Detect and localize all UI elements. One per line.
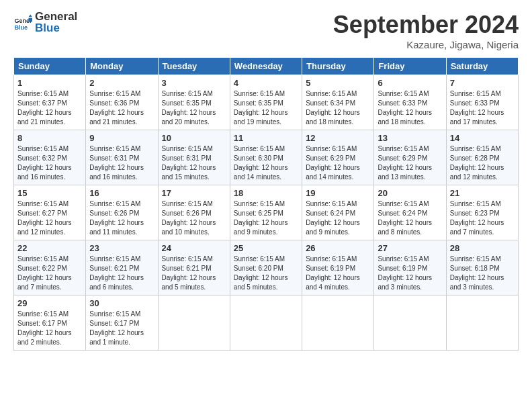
day-number: 2 [89, 78, 154, 88]
day-number: 9 [89, 133, 154, 143]
svg-marker-3 [28, 18, 32, 22]
calendar-week-row: 1Sunrise: 6:15 AMSunset: 6:37 PMDaylight… [14, 75, 519, 130]
day-number: 14 [450, 133, 515, 143]
day-info: Sunrise: 6:15 AMSunset: 6:30 PMDaylight:… [234, 144, 298, 182]
day-info: Sunrise: 6:15 AMSunset: 6:17 PMDaylight:… [17, 310, 82, 347]
day-info: Sunrise: 6:15 AMSunset: 6:31 PMDaylight:… [162, 144, 226, 182]
day-number: 17 [162, 188, 226, 198]
day-number: 29 [17, 298, 82, 308]
calendar-cell: 18Sunrise: 6:15 AMSunset: 6:25 PMDayligh… [230, 185, 302, 240]
day-number: 1 [17, 78, 82, 88]
day-number: 18 [234, 188, 298, 198]
day-info: Sunrise: 6:15 AMSunset: 6:33 PMDaylight:… [378, 89, 442, 127]
calendar-cell [374, 295, 446, 351]
col-wednesday: Wednesday [230, 58, 302, 75]
calendar-week-row: 15Sunrise: 6:15 AMSunset: 6:27 PMDayligh… [14, 185, 519, 240]
calendar-header-row: Sunday Monday Tuesday Wednesday Thursday… [14, 58, 519, 75]
day-info: Sunrise: 6:15 AMSunset: 6:35 PMDaylight:… [162, 89, 226, 127]
day-info: Sunrise: 6:15 AMSunset: 6:24 PMDaylight:… [306, 199, 370, 237]
day-number: 19 [306, 188, 370, 198]
calendar-cell: 6Sunrise: 6:15 AMSunset: 6:33 PMDaylight… [374, 75, 446, 130]
day-info: Sunrise: 6:15 AMSunset: 6:26 PMDaylight:… [162, 199, 226, 237]
calendar-cell: 19Sunrise: 6:15 AMSunset: 6:24 PMDayligh… [302, 185, 374, 240]
calendar-cell: 27Sunrise: 6:15 AMSunset: 6:19 PMDayligh… [374, 240, 446, 295]
day-number: 20 [378, 188, 442, 198]
calendar-cell: 3Sunrise: 6:15 AMSunset: 6:35 PMDaylight… [158, 75, 230, 130]
calendar-cell: 2Sunrise: 6:15 AMSunset: 6:36 PMDaylight… [86, 75, 158, 130]
day-number: 21 [450, 188, 515, 198]
calendar-cell: 22Sunrise: 6:15 AMSunset: 6:22 PMDayligh… [14, 240, 86, 295]
calendar-cell: 26Sunrise: 6:15 AMSunset: 6:19 PMDayligh… [302, 240, 374, 295]
page-container: General Blue General Blue September 2024… [0, 0, 532, 357]
day-info: Sunrise: 6:15 AMSunset: 6:21 PMDaylight:… [162, 255, 226, 292]
col-sunday: Sunday [14, 58, 86, 75]
svg-marker-2 [28, 14, 32, 17]
col-thursday: Thursday [302, 58, 374, 75]
calendar-cell: 4Sunrise: 6:15 AMSunset: 6:35 PMDaylight… [230, 75, 302, 130]
calendar-cell: 14Sunrise: 6:15 AMSunset: 6:28 PMDayligh… [446, 130, 518, 185]
logo-icon: General Blue [13, 13, 32, 32]
day-number: 6 [378, 78, 442, 88]
calendar-cell: 11Sunrise: 6:15 AMSunset: 6:30 PMDayligh… [230, 130, 302, 185]
day-number: 27 [378, 243, 442, 253]
calendar-cell: 1Sunrise: 6:15 AMSunset: 6:37 PMDaylight… [14, 75, 86, 130]
logo: General Blue General Blue [13, 11, 77, 34]
day-info: Sunrise: 6:15 AMSunset: 6:24 PMDaylight:… [378, 199, 442, 237]
day-info: Sunrise: 6:15 AMSunset: 6:29 PMDaylight:… [378, 144, 442, 182]
calendar-cell: 12Sunrise: 6:15 AMSunset: 6:29 PMDayligh… [302, 130, 374, 185]
calendar-week-row: 22Sunrise: 6:15 AMSunset: 6:22 PMDayligh… [14, 240, 519, 295]
day-info: Sunrise: 6:15 AMSunset: 6:17 PMDaylight:… [89, 310, 154, 347]
day-info: Sunrise: 6:15 AMSunset: 6:20 PMDaylight:… [234, 255, 298, 292]
header: General Blue General Blue September 2024… [13, 11, 519, 50]
day-info: Sunrise: 6:15 AMSunset: 6:32 PMDaylight:… [17, 144, 82, 182]
day-number: 16 [89, 188, 154, 198]
day-number: 24 [162, 243, 226, 253]
day-info: Sunrise: 6:15 AMSunset: 6:26 PMDaylight:… [89, 199, 154, 237]
day-info: Sunrise: 6:15 AMSunset: 6:27 PMDaylight:… [17, 199, 82, 237]
calendar-table: Sunday Monday Tuesday Wednesday Thursday… [13, 57, 519, 351]
calendar-cell: 20Sunrise: 6:15 AMSunset: 6:24 PMDayligh… [374, 185, 446, 240]
calendar-cell: 24Sunrise: 6:15 AMSunset: 6:21 PMDayligh… [158, 240, 230, 295]
calendar-cell: 15Sunrise: 6:15 AMSunset: 6:27 PMDayligh… [14, 185, 86, 240]
day-info: Sunrise: 6:15 AMSunset: 6:28 PMDaylight:… [450, 144, 515, 182]
calendar-body: 1Sunrise: 6:15 AMSunset: 6:37 PMDaylight… [14, 75, 519, 351]
day-number: 28 [450, 243, 515, 253]
day-info: Sunrise: 6:15 AMSunset: 6:23 PMDaylight:… [450, 199, 515, 237]
day-number: 25 [234, 243, 298, 253]
day-info: Sunrise: 6:15 AMSunset: 6:36 PMDaylight:… [89, 89, 154, 127]
calendar-cell: 9Sunrise: 6:15 AMSunset: 6:31 PMDaylight… [86, 130, 158, 185]
calendar-cell: 17Sunrise: 6:15 AMSunset: 6:26 PMDayligh… [158, 185, 230, 240]
day-number: 11 [234, 133, 298, 143]
day-number: 30 [89, 298, 154, 308]
calendar-cell: 8Sunrise: 6:15 AMSunset: 6:32 PMDaylight… [14, 130, 86, 185]
calendar-cell [446, 295, 518, 351]
location: Kazaure, Jigawa, Nigeria [333, 39, 519, 50]
day-number: 10 [162, 133, 226, 143]
day-number: 8 [17, 133, 82, 143]
day-number: 13 [378, 133, 442, 143]
day-number: 4 [234, 78, 298, 88]
svg-text:Blue: Blue [14, 24, 28, 30]
day-info: Sunrise: 6:15 AMSunset: 6:34 PMDaylight:… [306, 89, 370, 127]
day-info: Sunrise: 6:15 AMSunset: 6:33 PMDaylight:… [450, 89, 515, 127]
calendar-cell: 21Sunrise: 6:15 AMSunset: 6:23 PMDayligh… [446, 185, 518, 240]
day-info: Sunrise: 6:15 AMSunset: 6:19 PMDaylight:… [378, 255, 442, 292]
day-number: 3 [162, 78, 226, 88]
title-block: September 2024 Kazaure, Jigawa, Nigeria [333, 11, 519, 50]
calendar-cell [158, 295, 230, 351]
calendar-cell: 28Sunrise: 6:15 AMSunset: 6:18 PMDayligh… [446, 240, 518, 295]
col-friday: Friday [374, 58, 446, 75]
day-number: 12 [306, 133, 370, 143]
day-info: Sunrise: 6:15 AMSunset: 6:22 PMDaylight:… [17, 255, 82, 292]
day-number: 26 [306, 243, 370, 253]
day-info: Sunrise: 6:15 AMSunset: 6:29 PMDaylight:… [306, 144, 370, 182]
calendar-cell: 25Sunrise: 6:15 AMSunset: 6:20 PMDayligh… [230, 240, 302, 295]
calendar-cell [230, 295, 302, 351]
calendar-cell: 5Sunrise: 6:15 AMSunset: 6:34 PMDaylight… [302, 75, 374, 130]
logo-blue-text: Blue [35, 22, 77, 35]
month-title: September 2024 [333, 11, 519, 39]
day-info: Sunrise: 6:15 AMSunset: 6:37 PMDaylight:… [17, 89, 82, 127]
day-info: Sunrise: 6:15 AMSunset: 6:25 PMDaylight:… [234, 199, 298, 237]
day-info: Sunrise: 6:15 AMSunset: 6:35 PMDaylight:… [234, 89, 298, 127]
day-info: Sunrise: 6:15 AMSunset: 6:31 PMDaylight:… [89, 144, 154, 182]
